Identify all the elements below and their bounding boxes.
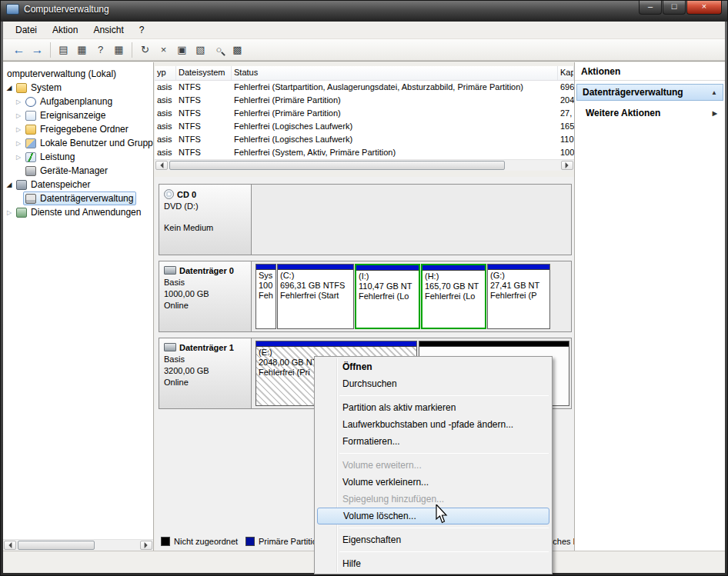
export-list-icon[interactable]: ▦ (74, 42, 90, 58)
actions-panel: Aktionen Datenträgerverwaltung ▲ Weitere… (574, 62, 725, 551)
cell-kapazitaet: 696 (558, 81, 574, 94)
show-console-tree-icon[interactable]: ▤ (55, 42, 72, 58)
menu-hilfe[interactable]: ? (132, 22, 152, 38)
actions-item-datentraegerverwaltung[interactable]: Datenträgerverwaltung ▲ (576, 84, 723, 101)
scrollbar-thumb[interactable] (169, 161, 505, 170)
expander-icon[interactable]: ◢ (5, 181, 14, 188)
scrollbar-thumb[interactable] (18, 541, 95, 550)
tree-horizontal-scrollbar[interactable] (3, 539, 153, 551)
maximize-button[interactable]: □ (663, 0, 686, 15)
cell-kapazitaet: 27, (558, 107, 574, 120)
cd-0-label[interactable]: CD 0 DVD (D:) Kein Medium (159, 185, 252, 255)
volume-row[interactable]: asis NTFS Fehlerfrei (Logisches Laufwerk… (155, 133, 574, 146)
tree-item-label: Dienste und Anwendungen (31, 207, 141, 218)
column-header-status[interactable]: Status (232, 66, 558, 80)
cell-status: Fehlerfrei (Primäre Partition) (232, 94, 558, 107)
show-action-pane-icon[interactable]: ▦ (111, 42, 127, 58)
window-title: Computerverwaltung (24, 4, 109, 15)
title-bar[interactable]: Computerverwaltung – □ × (0, 0, 728, 22)
cell-kapazitaet: 204 (558, 94, 574, 107)
back-icon[interactable]: ← (11, 42, 27, 58)
volume-row[interactable]: asis NTFS Fehlerfrei (Primäre Partition)… (155, 107, 574, 120)
cell-status: Fehlerfrei (Logisches Laufwerk) (232, 133, 558, 146)
ctx-item-laufwerkbuchstaben-aendern[interactable]: Laufwerkbuchstaben und -pfade ändern... (316, 416, 550, 433)
legend-label: Primäre Partition (259, 537, 322, 546)
tree-item-dienste[interactable]: ▷ Dienste und Anwendungen (3, 205, 153, 219)
scroll-left-button[interactable] (155, 161, 168, 170)
expander-icon[interactable]: ▷ (14, 98, 23, 105)
delete-icon[interactable]: × (155, 42, 172, 58)
expander-icon[interactable]: ▷ (5, 209, 14, 216)
cd-type: DVD (D:) (164, 201, 246, 211)
ctx-item-formatieren[interactable]: Formatieren... (316, 433, 550, 450)
ctx-item-eigenschaften[interactable]: Eigenschaften (316, 531, 550, 548)
tree-item-aufgabenplanung[interactable]: ▷ Aufgabenplanung (3, 95, 153, 108)
ctx-item-partition-als-aktiv-markieren[interactable]: Partition als aktiv markieren (316, 399, 550, 416)
menu-ansicht[interactable]: Ansicht (85, 22, 131, 38)
expand-right-icon[interactable]: ▶ (713, 110, 717, 117)
find-icon[interactable]: ○ (211, 42, 227, 58)
toolbar-separator (132, 42, 132, 58)
actions-item-weitere-aktionen[interactable]: Weitere Aktionen ▶ (575, 106, 725, 120)
column-header-kapazitaet[interactable]: Kap (558, 66, 574, 80)
partition-system-reserved[interactable]: Sys 100 Feh (255, 264, 276, 329)
partition-color-bar (488, 265, 549, 270)
forward-icon[interactable]: → (29, 42, 45, 58)
help-icon[interactable]: ? (92, 42, 109, 58)
tree-item-system[interactable]: ◢ System (3, 81, 153, 95)
column-header-dateisystem[interactable]: Dateisystem (176, 66, 232, 80)
storage-icon (16, 180, 27, 190)
list-horizontal-scrollbar[interactable] (155, 159, 574, 171)
tree-item-datenspeicher[interactable]: ◢ Datenspeicher (3, 178, 153, 191)
cell-typ: asis (155, 120, 176, 133)
partition-c[interactable]: (C:) 696,31 GB NTFS Fehlerfrei (Start (277, 264, 354, 329)
scroll-right-button[interactable] (140, 541, 152, 550)
close-button[interactable]: × (686, 0, 722, 15)
tree-item-datentraegerverwaltung[interactable]: Datenträgerverwaltung (3, 191, 153, 205)
scroll-left-button[interactable] (4, 541, 16, 550)
expander-icon[interactable]: ▷ (14, 154, 23, 161)
tree-item-geraete-manager[interactable]: Geräte-Manager (3, 164, 153, 178)
refresh-icon[interactable]: ↻ (137, 42, 153, 58)
column-header-typ[interactable]: yp (155, 66, 176, 80)
disk-1-label[interactable]: Datenträger 1 Basis 3200,00 GB Online (159, 338, 252, 408)
menu-aktion[interactable]: Aktion (45, 22, 85, 38)
tree-item-lokale-benutzer[interactable]: ▷ Lokale Benutzer und Gruppen (3, 136, 153, 150)
disk-0-body: Sys 100 Feh (C:) 696,31 GB NTFS Fehlerfr… (252, 261, 571, 331)
expander-icon[interactable]: ▷ (14, 126, 23, 133)
users-icon (25, 138, 36, 148)
minimize-button[interactable]: – (639, 0, 662, 15)
volume-row[interactable]: asis NTFS Fehlerfrei (Startpartition, Au… (155, 81, 574, 94)
tree-item-label: Freigegebene Ordner (40, 124, 129, 135)
attributes-icon[interactable]: ▣ (174, 42, 190, 58)
settings-icon[interactable]: ▩ (229, 42, 245, 58)
cell-status: Fehlerfrei (Startpartition, Auslagerungs… (232, 81, 558, 94)
collapse-icon[interactable]: ▲ (711, 89, 717, 96)
volume-row[interactable]: asis NTFS Fehlerfrei (Logisches Laufwerk… (155, 120, 574, 133)
expander-icon[interactable]: ▷ (14, 112, 23, 119)
ctx-item-volume-verkleinern[interactable]: Volume verkleinern... (316, 474, 550, 491)
tree-item-freigegebene-ordner[interactable]: ▷ Freigegebene Ordner (3, 122, 153, 136)
partition-h[interactable]: (H:) 165,70 GB NT Fehlerfrei (Lo (421, 264, 486, 329)
tree-item-ereignisanzeige[interactable]: ▷ Ereignisanzeige (3, 108, 153, 122)
tree-item-computerverwaltung[interactable]: omputerverwaltung (Lokal) (3, 67, 153, 81)
scroll-right-button[interactable] (561, 161, 573, 170)
expander-icon[interactable]: ▷ (14, 140, 23, 147)
ctx-item-durchsuchen[interactable]: Durchsuchen (316, 375, 550, 392)
menu-datei[interactable]: Datei (8, 22, 45, 38)
partition-g[interactable]: (G:) 27,41 GB NT Fehlerfrei (P (487, 264, 550, 329)
volume-row[interactable]: asis NTFS Fehlerfrei (Primäre Partition)… (155, 94, 574, 107)
disk-name: Datenträger 0 (179, 266, 234, 275)
ctx-item-volume-loeschen[interactable]: Volume löschen... (317, 508, 549, 524)
ctx-item-hilfe[interactable]: Hilfe (316, 555, 550, 572)
partition-color-bar (356, 265, 419, 271)
volume-row[interactable]: asis NTFS Fehlerfrei (System, Aktiv, Pri… (155, 146, 574, 159)
actions-header: Aktionen (575, 62, 725, 81)
performance-icon (25, 152, 36, 162)
disk-0-label[interactable]: Datenträger 0 Basis 1000,00 GB Online (159, 261, 252, 331)
open-icon[interactable]: ▧ (192, 42, 209, 58)
partition-i[interactable]: (I:) 110,47 GB NT Fehlerfrei (Lo (355, 264, 420, 329)
tree-item-leistung[interactable]: ▷ Leistung (3, 150, 153, 164)
ctx-item-oeffnen[interactable]: Öffnen (316, 358, 550, 375)
expander-icon[interactable]: ◢ (5, 84, 14, 92)
